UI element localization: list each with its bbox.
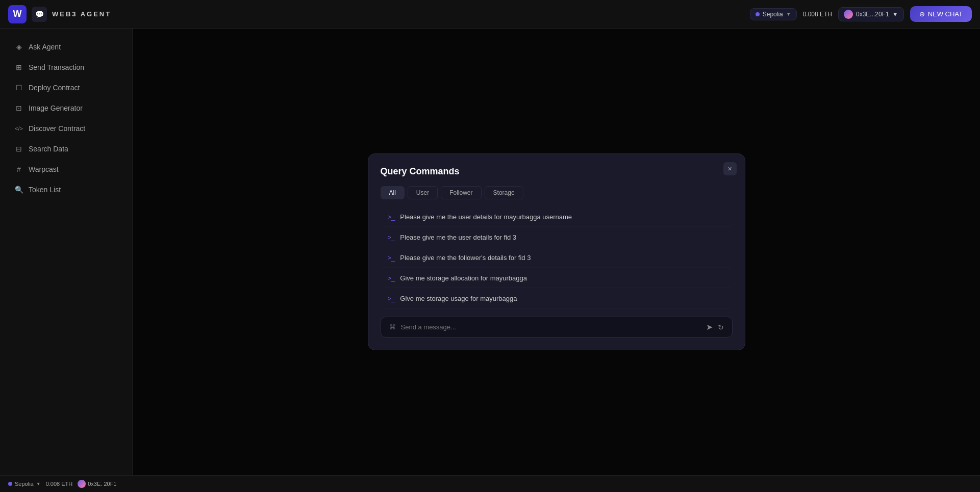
sidebar: ◈ Ask Agent ⊞ Send Transaction ☐ Deploy … (0, 29, 133, 475)
sidebar-label-deploy-contract: Deploy Contract (29, 84, 80, 92)
message-input-bar: ⌘ ➤ ↻ (381, 317, 733, 338)
sidebar-item-search-data[interactable]: ⊟ Search Data (4, 139, 128, 159)
command-icon: ⌘ (389, 323, 396, 331)
sidebar-item-image-generator[interactable]: ⊡ Image Generator (4, 98, 128, 118)
wallet-address-badge[interactable]: 0x3E...20F1 ▼ (838, 7, 904, 21)
wallet-address-text: 0x3E...20F1 (856, 11, 889, 18)
wallet-avatar (844, 10, 853, 19)
bottombar-network-dot (8, 482, 12, 486)
send-message-button[interactable]: ➤ (706, 322, 713, 332)
filter-tab-follower[interactable]: Follower (441, 186, 481, 199)
sidebar-item-token-list[interactable]: 🔍 Token List (4, 180, 128, 199)
query-arrow-icon: >_ (388, 213, 395, 221)
sidebar-label-warpcast: Warpcast (29, 165, 59, 173)
main-layout: ◈ Ask Agent ⊞ Send Transaction ☐ Deploy … (0, 29, 980, 475)
new-chat-label: NEW CHAT (928, 10, 963, 18)
query-item[interactable]: >_ Give me storage usage for mayurbagga (381, 289, 733, 308)
sidebar-item-send-transaction[interactable]: ⊞ Send Transaction (4, 58, 128, 77)
query-item[interactable]: >_ Give me storage allocation for mayurb… (381, 269, 733, 288)
bottombar-wallet[interactable]: 0x3E. 20F1 (78, 480, 116, 488)
query-arrow-icon: >_ (388, 274, 395, 282)
query-text: Please give me the user details for mayu… (400, 213, 572, 221)
logo-chat-icon: 💬 (32, 7, 47, 22)
new-chat-button[interactable]: ⊕ NEW CHAT (910, 6, 972, 22)
topbar-right: Sepolia ▼ 0.008 ETH 0x3E...20F1 ▼ ⊕ NEW … (750, 6, 972, 22)
sidebar-label-discover-contract: Discover Contract (29, 124, 85, 133)
sidebar-label-send-transaction: Send Transaction (29, 63, 84, 71)
bottombar-network[interactable]: Sepolia ▼ (8, 481, 41, 487)
logo-icon: W (8, 5, 27, 23)
sidebar-label-token-list: Token List (29, 186, 61, 194)
refresh-button[interactable]: ↻ (718, 323, 724, 331)
eth-amount: 0.008 ETH (803, 11, 832, 18)
query-arrow-icon: >_ (388, 295, 395, 302)
query-item[interactable]: >_ Please give me the user details for f… (381, 228, 733, 247)
sidebar-label-ask-agent: Ask Agent (29, 43, 61, 51)
query-arrow-icon: >_ (388, 254, 395, 262)
token-list-icon: 🔍 (14, 185, 23, 194)
query-item[interactable]: >_ Please give me the follower's details… (381, 248, 733, 268)
modal-overlay: Query Commands × All User Follower Stora… (133, 29, 980, 475)
image-generator-icon: ⊡ (14, 103, 23, 113)
search-data-icon: ⊟ (14, 144, 23, 153)
message-input[interactable] (401, 323, 701, 331)
bottombar-network-chevron: ▼ (36, 481, 41, 486)
topbar: W 💬 WEB3 AGENT Sepolia ▼ 0.008 ETH 0x3E.… (0, 0, 980, 29)
filter-tab-user[interactable]: User (408, 186, 438, 199)
query-list: >_ Please give me the user details for m… (381, 208, 733, 308)
query-text: Give me storage allocation for mayurbagg… (400, 274, 527, 282)
network-dot (756, 12, 760, 16)
sidebar-label-image-generator: Image Generator (29, 104, 83, 112)
query-item[interactable]: >_ Please give me the user details for m… (381, 208, 733, 227)
sidebar-item-warpcast[interactable]: # Warpcast (4, 160, 128, 179)
filter-tab-storage[interactable]: Storage (485, 186, 523, 199)
deploy-contract-icon: ☐ (14, 83, 23, 92)
bottombar: Sepolia ▼ 0.008 ETH 0x3E. 20F1 (0, 475, 980, 492)
sidebar-label-search-data: Search Data (29, 145, 68, 153)
network-chevron: ▼ (786, 11, 791, 17)
wallet-chevron: ▼ (892, 11, 898, 18)
bottombar-eth-amount: 0.008 ETH (46, 481, 73, 487)
network-selector[interactable]: Sepolia ▼ (750, 8, 797, 20)
query-text: Please give me the user details for fid … (400, 234, 516, 241)
modal-title: Query Commands (381, 166, 733, 177)
sidebar-item-ask-agent[interactable]: ◈ Ask Agent (4, 37, 128, 57)
warpcast-icon: # (14, 165, 23, 174)
main-content: Web3Agent Unleashing the Power of Web3 W… (133, 29, 980, 475)
bottombar-wallet-avatar (78, 480, 86, 488)
network-label: Sepolia (763, 11, 783, 18)
filter-tabs: All User Follower Storage (381, 186, 733, 199)
ask-agent-icon: ◈ (14, 42, 23, 51)
query-text: Give me storage usage for mayurbagga (400, 295, 517, 302)
query-text: Please give me the follower's details fo… (400, 254, 531, 262)
sidebar-item-deploy-contract[interactable]: ☐ Deploy Contract (4, 78, 128, 97)
new-chat-plus-icon: ⊕ (919, 10, 925, 18)
bottombar-network-label: Sepolia (15, 481, 34, 487)
send-transaction-icon: ⊞ (14, 63, 23, 72)
modal-close-button[interactable]: × (723, 162, 737, 175)
bottombar-wallet-address: 0x3E. 20F1 (88, 481, 116, 487)
logo: W 💬 WEB3 AGENT (8, 5, 111, 23)
sidebar-item-discover-contract[interactable]: </> Discover Contract (4, 119, 128, 138)
query-commands-modal: Query Commands × All User Follower Stora… (368, 153, 745, 350)
discover-contract-icon: </> (14, 124, 23, 133)
logo-text: WEB3 AGENT (52, 10, 111, 18)
query-arrow-icon: >_ (388, 234, 395, 241)
filter-tab-all[interactable]: All (381, 186, 405, 199)
